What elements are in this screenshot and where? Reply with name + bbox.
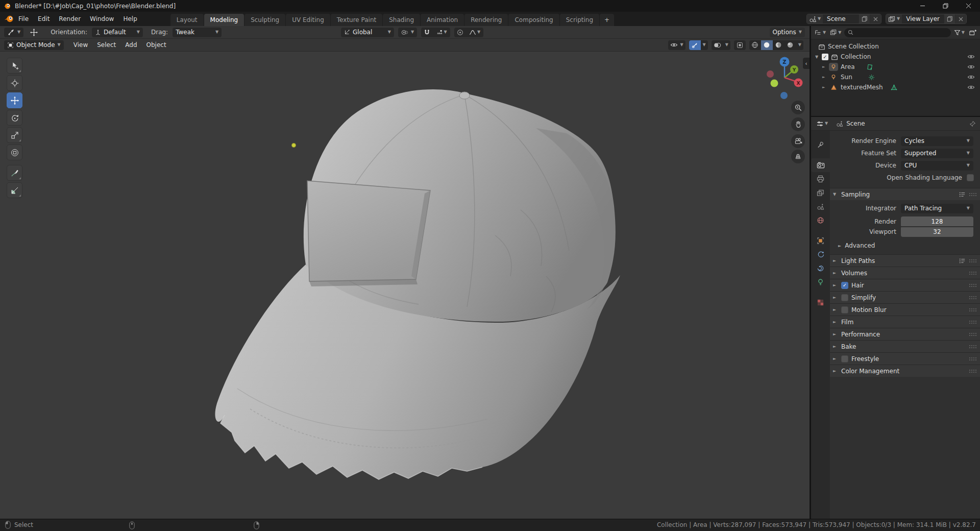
- options-dropdown[interactable]: Options ▼: [770, 28, 805, 37]
- tab-rendering[interactable]: Rendering: [464, 14, 508, 26]
- tab-shading[interactable]: Shading: [383, 14, 420, 26]
- view-layer-selector[interactable]: ▼ View Layer: [886, 14, 967, 24]
- scene-name[interactable]: Scene: [823, 15, 859, 22]
- sun-label[interactable]: Sun: [841, 74, 852, 81]
- panel-volumes[interactable]: ►Volumes: [830, 267, 980, 279]
- area-label[interactable]: Area: [841, 63, 855, 70]
- properties-editor-dropdown[interactable]: ▼: [815, 120, 829, 127]
- panel-grip[interactable]: [969, 357, 977, 361]
- panel-film[interactable]: ►Film: [830, 316, 980, 328]
- zoom-button[interactable]: [791, 101, 805, 114]
- outliner-row-area[interactable]: ► Area: [811, 62, 980, 72]
- integrator-dropdown[interactable]: Path Tracing▼: [901, 204, 973, 213]
- shading-material-button[interactable]: [773, 40, 785, 50]
- navigation-gizmo[interactable]: Z Y X: [762, 54, 807, 102]
- texturedmesh-label[interactable]: texturedMesh: [841, 84, 883, 91]
- tab-object-data[interactable]: [811, 275, 830, 289]
- overlays-dropdown[interactable]: ▼: [723, 43, 730, 47]
- shading-rendered-button[interactable]: [785, 40, 796, 50]
- show-gizmo-toggle[interactable]: [689, 40, 701, 50]
- motion-blur-checkbox[interactable]: [841, 306, 848, 313]
- orientation-dropdown[interactable]: Default ▼: [92, 28, 143, 37]
- panel-grip[interactable]: [969, 271, 977, 275]
- samples-render-field[interactable]: 128: [901, 216, 973, 226]
- menu-view[interactable]: View: [69, 40, 92, 50]
- 3d-viewport[interactable]: ‹ Z Y X: [0, 52, 810, 519]
- tab-constraints[interactable]: [811, 261, 830, 275]
- render-engine-dropdown[interactable]: Cycles▼: [901, 136, 973, 146]
- filter-dropdown[interactable]: ▼: [953, 29, 966, 36]
- tool-move[interactable]: [7, 92, 22, 108]
- tab-view-layer[interactable]: [811, 186, 830, 200]
- menu-add[interactable]: Add: [120, 40, 141, 50]
- panel-performance[interactable]: ►Performance: [830, 328, 980, 340]
- tab-texture-paint[interactable]: Texture Paint: [331, 14, 382, 26]
- tab-world[interactable]: [811, 213, 830, 227]
- xray-toggle[interactable]: [734, 40, 746, 50]
- tab-physics[interactable]: [811, 248, 830, 261]
- hair-checkbox[interactable]: ✓: [841, 282, 848, 289]
- tab-animation[interactable]: Animation: [421, 14, 464, 26]
- cap-3d-model[interactable]: [189, 82, 643, 516]
- editor-type-dropdown[interactable]: ▼: [814, 29, 827, 36]
- shading-wireframe-button[interactable]: [749, 40, 761, 50]
- panel-color-management[interactable]: ►Color Management: [830, 365, 980, 377]
- tool-3d-cursor[interactable]: [7, 75, 22, 91]
- gizmo-neg-y-axis[interactable]: [771, 80, 778, 87]
- new-collection-button[interactable]: [968, 29, 977, 36]
- camera-view-button[interactable]: [791, 134, 805, 148]
- panel-bake[interactable]: ►Bake: [830, 340, 980, 352]
- show-overlays-toggle[interactable]: [712, 40, 723, 50]
- tool-annotate[interactable]: [7, 165, 22, 181]
- panel-grip[interactable]: [969, 308, 977, 312]
- panel-grip[interactable]: [969, 283, 977, 287]
- device-dropdown[interactable]: CPU▼: [901, 161, 973, 171]
- panel-grip[interactable]: [969, 192, 977, 197]
- simplify-checkbox[interactable]: [841, 294, 848, 301]
- advanced-subpanel[interactable]: ► Advanced: [830, 240, 980, 251]
- tool-rotate[interactable]: [7, 110, 22, 126]
- freestyle-checkbox[interactable]: [841, 355, 848, 363]
- pan-button[interactable]: [791, 117, 805, 131]
- panel-simplify[interactable]: ►Simplify: [830, 291, 980, 303]
- remove-view-layer-button[interactable]: [955, 14, 966, 23]
- tool-select-tweak[interactable]: [7, 58, 22, 74]
- menu-edit[interactable]: Edit: [33, 13, 54, 25]
- scene-icon[interactable]: ▼: [807, 14, 823, 23]
- new-scene-button[interactable]: [859, 14, 870, 23]
- outliner-row-scene-collection[interactable]: Scene Collection: [811, 41, 980, 52]
- maximize-button[interactable]: [934, 0, 957, 12]
- panel-grip[interactable]: [969, 320, 977, 324]
- panel-hair[interactable]: ►✓Hair: [830, 279, 980, 291]
- scene-selector[interactable]: ▼ Scene: [806, 14, 881, 24]
- shading-dropdown[interactable]: ▼: [796, 43, 803, 47]
- gizmo-neg-z-axis[interactable]: [780, 92, 788, 99]
- presets-icon[interactable]: [959, 258, 966, 264]
- pin-icon[interactable]: [969, 120, 976, 127]
- hide-collection-eye-icon[interactable]: [967, 54, 975, 60]
- menu-help[interactable]: Help: [118, 13, 141, 25]
- proportional-editing-toggle[interactable]: [454, 28, 466, 37]
- view-layer-name[interactable]: View Layer: [902, 15, 944, 22]
- tool-scale[interactable]: [7, 127, 22, 143]
- panel-motion-blur[interactable]: ►Motion Blur: [830, 303, 980, 316]
- tab-scripting[interactable]: Scripting: [560, 14, 599, 26]
- display-mode-dropdown[interactable]: ▼: [829, 29, 842, 36]
- collection-checkbox[interactable]: ✓: [822, 54, 828, 60]
- branch-arrow-icon[interactable]: ►: [822, 65, 826, 69]
- presets-icon[interactable]: [959, 191, 966, 198]
- scene-collection-label[interactable]: Scene Collection: [828, 43, 879, 50]
- panel-freestyle[interactable]: ►Freestyle: [830, 352, 980, 365]
- tool-measure[interactable]: [7, 182, 22, 198]
- outliner-search-input[interactable]: [844, 28, 951, 37]
- osl-checkbox[interactable]: [967, 174, 974, 181]
- menu-object[interactable]: Object: [142, 40, 171, 50]
- snap-target-dropdown[interactable]: ▼: [433, 28, 450, 37]
- transform-orientation-dropdown[interactable]: Global ▼: [341, 28, 394, 37]
- tab-tool[interactable]: [811, 138, 830, 152]
- object-visibility-dropdown[interactable]: ▼: [668, 40, 685, 50]
- shading-solid-button[interactable]: [761, 40, 773, 50]
- area-light-origin[interactable]: [291, 143, 296, 148]
- feature-set-dropdown[interactable]: Supported▼: [901, 149, 973, 158]
- hide-sun-eye-icon[interactable]: [967, 74, 975, 80]
